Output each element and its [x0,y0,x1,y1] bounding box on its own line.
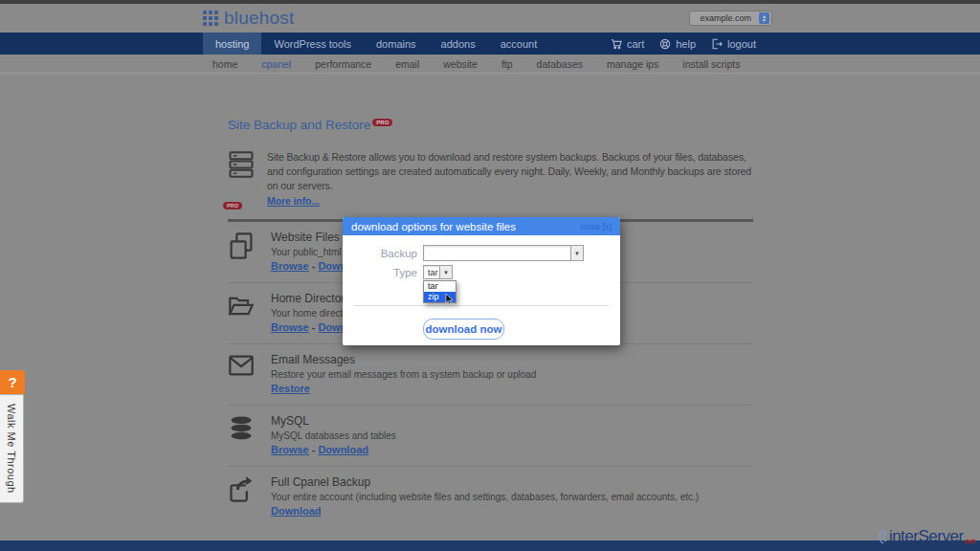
more-info-link[interactable]: More info... [267,195,320,207]
subnav-item-performance[interactable]: performance [315,58,371,70]
chevron-down-icon: ▼ [439,266,452,278]
chevron-down-icon: ▼ [570,246,583,260]
logout-label: logout [727,38,756,50]
subnav-item-ftp[interactable]: ftp [501,58,513,70]
page-title-text: Site Backup and Restore [228,118,370,132]
modal-title: download options for website files [351,221,516,232]
modal-body: Backup ▼ Type tar ▼ tar zip download now [343,235,620,345]
section-title: MySQL [271,414,396,428]
cart-icon [611,38,622,50]
pro-badge-icon: PRO [223,202,242,209]
link-separator: - [312,260,316,272]
help-label: help [676,38,696,50]
dropdown-option-zip-label: zip [428,292,439,301]
mysql-database-icon [228,414,258,455]
download-options-modal: download options for website files close… [343,217,620,345]
type-label: Type [343,267,417,278]
backup-select[interactable]: ▼ [423,245,584,261]
section-title: Full Cpanel Backup [271,475,699,489]
section-mysql: MySQL MySQL databases and tables Browse-… [228,405,753,466]
help-question-button[interactable]: ? [0,370,25,394]
subnav-item-databases[interactable]: databases [537,58,583,70]
nav-utilities: cart help logout [611,33,756,55]
section-links: Restore [271,383,536,394]
subnav-item-manage-ips[interactable]: manage ips [607,58,658,70]
help-button[interactable]: help [659,38,696,50]
section-desc: MySQL databases and tables [271,430,396,441]
browse-link[interactable]: Browse [271,321,309,333]
nav-item-hosting[interactable]: hosting [203,33,261,55]
interserver-text-1: inter [889,527,919,546]
home-directory-icon [228,292,258,333]
type-select[interactable]: tar ▼ [423,265,453,279]
sub-navbar: home cpanel performance email website ft… [0,55,980,74]
section-title: Email Messages [271,353,536,366]
subnav-item-website[interactable]: website [443,58,478,70]
domain-select-value: example.com [700,13,751,23]
modal-divider [354,305,609,306]
mysql-body: MySQL MySQL databases and tables Browse-… [271,414,396,455]
site-header: bluehost example.com ▲▼ [0,4,980,33]
cart-button[interactable]: cart [611,38,644,50]
subnav-item-cpanel[interactable]: cpanel [261,58,291,70]
interserver-logo: inter Server .net [874,527,975,546]
download-now-button[interactable]: download now [423,319,504,340]
browse-link[interactable]: Browse [271,444,309,455]
bluehost-grid-icon [203,11,218,26]
bluehost-logo[interactable]: bluehost [203,8,294,29]
email-messages-icon [228,353,258,394]
cursor-icon [445,294,454,304]
subnav-item-home[interactable]: home [212,58,237,70]
modal-header: download options for website files close… [343,217,620,235]
cart-label: cart [627,38,644,50]
main-nav-items: hosting WordPress tools domains addons a… [203,33,549,55]
link-separator: - [312,321,316,333]
interserver-net-suffix: .net [964,538,975,544]
section-links: Browse-Download [271,444,396,455]
logout-button[interactable]: logout [711,38,756,50]
section-full-cpanel-backup: Full Cpanel Backup Your entire account (… [228,466,753,527]
download-link[interactable]: Download [271,505,322,517]
domain-select[interactable]: example.com ▲▼ [689,11,772,26]
footer-bar [0,540,980,551]
page-title: Site Backup and RestorePRO [228,118,753,132]
subnav-item-email[interactable]: email [395,58,419,70]
download-link[interactable]: Download [318,444,368,455]
nav-item-domains[interactable]: domains [364,33,429,55]
pro-badge: PRO [372,119,392,126]
logout-icon [711,38,723,50]
nav-item-wordpress-tools[interactable]: WordPress tools [261,33,364,55]
interserver-arcs-icon [874,528,889,545]
section-links: Download [271,505,699,517]
section-desc: Restore your email messages from a syste… [271,369,536,380]
restore-link[interactable]: Restore [271,383,310,394]
intro-block: PRO Site Backup & Restore allows you to … [228,150,753,209]
section-desc: Your entire account (including website f… [271,492,699,502]
nav-item-account[interactable]: account [488,33,550,55]
walk-me-through-widget: ? Walk Me Through [0,370,25,503]
full-backup-export-icon [228,475,258,517]
section-email-messages: Email Messages Restore your email messag… [228,343,753,405]
dropdown-option-tar[interactable]: tar [424,281,456,292]
link-separator: - [312,444,316,455]
email-messages-body: Email Messages Restore your email messag… [271,353,536,394]
browse-link[interactable]: Browse [271,260,309,272]
modal-close-button[interactable]: close [x] [580,222,612,231]
type-select-value: tar [424,268,439,277]
backup-label: Backup [343,248,417,259]
type-dropdown-list: tar zip [423,280,457,303]
intro-text: Site Backup & Restore allows you to down… [267,150,753,209]
full-backup-body: Full Cpanel Backup Your entire account (… [271,475,699,517]
backup-server-icon: PRO [228,150,256,209]
select-stepper-icon: ▲▼ [759,12,769,24]
dropdown-option-zip[interactable]: zip [424,292,456,302]
help-icon [659,38,671,50]
interserver-text-2: Server [918,527,963,546]
walk-me-through-tab[interactable]: Walk Me Through [0,394,24,503]
website-files-icon [228,231,258,272]
nav-item-addons[interactable]: addons [429,33,488,55]
bluehost-logo-text: bluehost [224,8,294,29]
walk-me-through-label: Walk Me Through [6,404,17,494]
subnav-item-install-scripts[interactable]: install scripts [682,58,740,70]
intro-description: Site Backup & Restore allows you to down… [267,151,751,191]
